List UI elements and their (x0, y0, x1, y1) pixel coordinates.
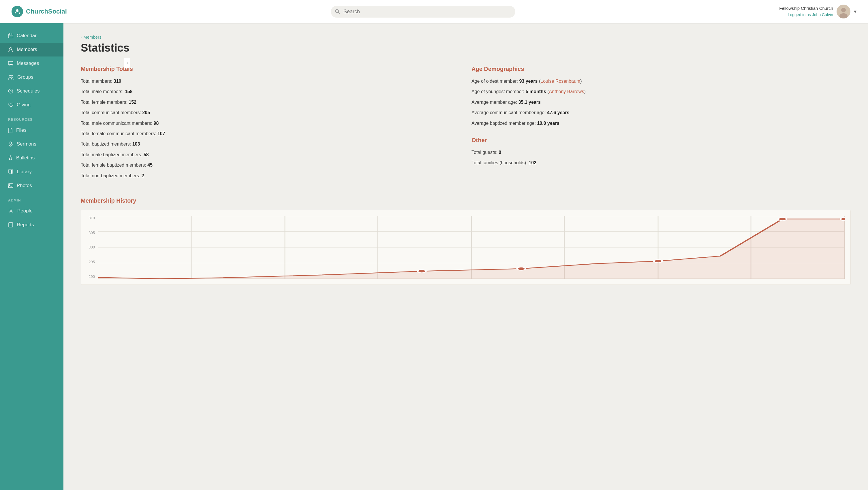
val-total-families: 102 (529, 160, 536, 165)
svg-point-40 (517, 267, 525, 270)
svg-point-21 (10, 209, 12, 211)
val-avg-baptized-age: 10.0 years (537, 121, 559, 126)
sidebar-collapse-button[interactable]: ‹ (124, 58, 130, 68)
user-info: Fellowship Christian Church Logged in as… (779, 5, 833, 18)
user-menu-button[interactable]: ▾ (854, 8, 857, 15)
sidebar-item-giving[interactable]: Giving (0, 98, 63, 112)
stat-total-members: Total members: 310 (81, 78, 460, 85)
svg-rect-11 (8, 61, 13, 65)
resources-section-label: RESOURCES (0, 112, 63, 123)
y-label-305: 305 (89, 231, 95, 235)
heart-icon (8, 102, 13, 107)
search-icon (335, 9, 340, 14)
logo-text: ChurchSocial (26, 8, 67, 15)
sidebar-item-bulletins[interactable]: Bulletins (0, 151, 63, 165)
search-wrapper (331, 6, 515, 18)
sidebar-label-bulletins: Bulletins (16, 155, 35, 161)
right-stats-column: Age Demographics Age of oldest member: 9… (471, 66, 851, 183)
membership-totals-section: Membership Totals Total members: 310 Tot… (81, 66, 460, 183)
sidebar-label-groups: Groups (17, 74, 33, 80)
user-area: Fellowship Christian Church Logged in as… (779, 5, 857, 19)
val-total-guests: 0 (499, 150, 501, 155)
avatar (837, 5, 850, 19)
sidebar-item-calendar[interactable]: Calendar (0, 29, 63, 43)
stat-female-baptized: Total female baptized members: 45 (81, 162, 460, 168)
svg-point-41 (654, 259, 662, 263)
membership-history-section: Membership History 310 305 300 295 290 (81, 197, 851, 285)
stat-oldest-member: Age of oldest member: 93 years (Louise R… (471, 78, 851, 85)
sidebar-item-sermons[interactable]: Sermons (0, 137, 63, 151)
logo: ChurchSocial (11, 6, 67, 17)
logo-icon (11, 6, 23, 17)
stat-female-communicant: Total female communicant members: 107 (81, 131, 460, 137)
svg-point-12 (9, 75, 11, 77)
sidebar: Calendar Members Messages Groups Schedul… (0, 23, 63, 490)
svg-line-2 (338, 12, 340, 14)
sidebar-item-members[interactable]: Members (0, 43, 63, 57)
people-icon (8, 208, 14, 214)
layout: Calendar Members Messages Groups Schedul… (0, 23, 868, 490)
sidebar-label-photos: Photos (17, 183, 32, 189)
sidebar-item-reports[interactable]: Reports (0, 218, 63, 232)
sidebar-item-messages[interactable]: Messages (0, 57, 63, 70)
mic-icon (8, 141, 13, 147)
stats-grid: Membership Totals Total members: 310 Tot… (81, 66, 851, 183)
sidebar-item-people[interactable]: People (0, 204, 63, 218)
val-female-baptized: 45 (147, 163, 153, 167)
pin-icon (8, 155, 13, 161)
oldest-member-link[interactable]: Louise Rosenbaum (540, 79, 580, 84)
sidebar-item-photos[interactable]: Photos (0, 179, 63, 193)
sidebar-item-library[interactable]: Library (0, 165, 63, 179)
sidebar-label-calendar: Calendar (17, 33, 37, 39)
val-female-communicant: 107 (157, 131, 165, 136)
stat-male-members: Total male members: 158 (81, 89, 460, 95)
age-demographics-section: Age Demographics Age of oldest member: 9… (471, 66, 851, 127)
val-avg-communicant-age: 47.6 years (547, 110, 569, 115)
val-communicant-members: 205 (142, 110, 150, 115)
svg-rect-6 (8, 34, 13, 38)
membership-totals-title: Membership Totals (81, 66, 460, 72)
svg-point-4 (841, 8, 846, 12)
sidebar-label-messages: Messages (17, 61, 39, 66)
sidebar-label-files: Files (16, 127, 27, 133)
chart-title: Membership History (81, 197, 851, 204)
other-title: Other (471, 137, 851, 143)
sidebar-label-members: Members (17, 47, 37, 53)
val-avg-age: 35.1 years (518, 100, 540, 105)
val-total-members: 310 (114, 79, 121, 84)
stat-avg-baptized-age: Average baptized member age: 10.0 years (471, 120, 851, 127)
sidebar-label-schedules: Schedules (17, 88, 39, 94)
sidebar-item-schedules[interactable]: Schedules (0, 84, 63, 98)
stat-male-baptized: Total male baptized members: 58 (81, 152, 460, 158)
church-name: Fellowship Christian Church (779, 5, 833, 12)
person-icon (8, 47, 13, 52)
page-title: Statistics (81, 42, 851, 54)
stat-total-guests: Total guests: 0 (471, 149, 851, 156)
stat-avg-communicant-age: Average communicant member age: 47.6 yea… (471, 109, 851, 116)
svg-point-0 (16, 9, 19, 11)
chart-svg (98, 216, 845, 279)
val-male-communicant: 98 (154, 121, 159, 126)
youngest-member-link[interactable]: Anthony Barrows (549, 89, 584, 94)
other-section: Other Total guests: 0 Total families (ho… (471, 137, 851, 166)
y-label-290: 290 (89, 274, 95, 279)
y-label-300: 300 (89, 245, 95, 249)
stat-communicant-members: Total communicant members: 205 (81, 109, 460, 116)
val-non-baptized: 2 (142, 173, 144, 178)
y-label-295: 295 (89, 260, 95, 264)
val-baptized: 103 (132, 141, 140, 146)
stat-avg-age: Average member age: 35.1 years (471, 99, 851, 105)
header: ChurchSocial Fellowship Christian Church… (0, 0, 868, 23)
search-input[interactable] (331, 6, 515, 18)
svg-point-10 (9, 47, 12, 50)
calendar-icon (8, 33, 13, 38)
stat-male-communicant: Total male communicant members: 98 (81, 120, 460, 127)
stat-baptized: Total baptized members: 103 (81, 141, 460, 147)
sidebar-item-groups[interactable]: Groups (0, 70, 63, 84)
val-youngest-age: 5 months (526, 89, 546, 94)
breadcrumb[interactable]: Members (81, 35, 851, 39)
sidebar-item-files[interactable]: Files (0, 123, 63, 137)
main-content: Members Statistics Membership Totals Tot… (63, 23, 868, 490)
logged-in-label: Logged in as John Calvin (779, 12, 833, 18)
svg-line-16 (11, 91, 11, 92)
